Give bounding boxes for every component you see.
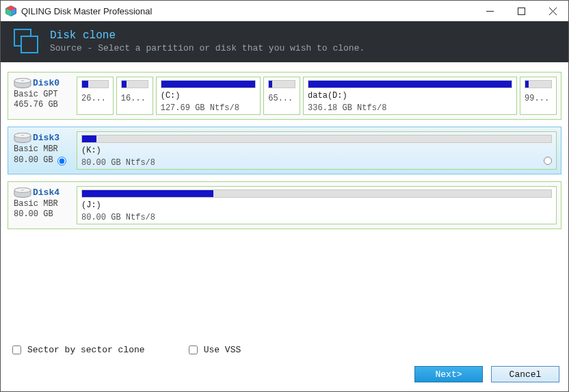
minimize-button[interactable] bbox=[474, 1, 505, 21]
partition[interactable]: 26... bbox=[77, 77, 114, 115]
disk-info: Disk3Basic MBR80.00 GB bbox=[12, 131, 72, 170]
usage-bar bbox=[81, 190, 552, 198]
partition[interactable]: (J:)80.00 GB Ntfs/8 bbox=[77, 186, 557, 224]
disk-select-radio[interactable] bbox=[57, 157, 66, 166]
use-vss-input[interactable] bbox=[189, 345, 198, 354]
partition-size: 127.69 GB Ntfs/8 bbox=[161, 103, 256, 113]
partition-select-radio[interactable] bbox=[544, 157, 552, 165]
usage-bar bbox=[308, 80, 512, 88]
usage-bar bbox=[81, 80, 109, 88]
window-controls bbox=[474, 1, 568, 21]
partition-label: data(D:) bbox=[308, 91, 512, 101]
disk-size: 465.76 GB bbox=[14, 100, 72, 109]
partition-size: 99... bbox=[525, 94, 552, 103]
disk-name: Disk3 bbox=[33, 133, 59, 143]
use-vss-checkbox[interactable]: Use VSS bbox=[186, 343, 241, 356]
usage-bar bbox=[121, 80, 148, 88]
partition[interactable]: (K:)80.00 GB Ntfs/8 bbox=[77, 131, 557, 170]
partition-size: 80.00 GB Ntfs/8 bbox=[81, 158, 552, 168]
app-icon bbox=[5, 5, 17, 17]
partition-size: 26... bbox=[81, 94, 109, 103]
svg-point-17 bbox=[21, 190, 24, 191]
disk-info: Disk0Basic GPT465.76 GB bbox=[12, 77, 72, 115]
window-title: QILING Disk Master Professional bbox=[21, 6, 474, 16]
drive-icon bbox=[14, 78, 31, 89]
sector-by-sector-label: Sector by sector clone bbox=[27, 345, 145, 355]
disk-scheme: Basic GPT bbox=[14, 90, 72, 99]
disk-name: Disk0 bbox=[33, 78, 59, 88]
partition[interactable]: data(D:)336.18 GB Ntfs/8 bbox=[303, 77, 517, 115]
clone-icon bbox=[13, 28, 39, 54]
footer-options: Sector by sector clone Use VSS bbox=[10, 343, 241, 356]
use-vss-label: Use VSS bbox=[204, 345, 241, 355]
partition-label: (C:) bbox=[161, 91, 256, 101]
svg-rect-4 bbox=[518, 8, 525, 14]
partition[interactable]: (C:)127.69 GB Ntfs/8 bbox=[156, 77, 261, 115]
partition-size: 336.18 GB Ntfs/8 bbox=[308, 103, 512, 113]
sector-by-sector-checkbox[interactable]: Sector by sector clone bbox=[10, 343, 145, 356]
disk-name: Disk4 bbox=[33, 187, 59, 198]
disk-info: Disk4Basic MBR80.00 GB bbox=[12, 186, 72, 224]
disk-scheme: Basic MBR bbox=[14, 199, 72, 209]
svg-point-14 bbox=[21, 135, 24, 136]
partition[interactable]: 65... bbox=[263, 77, 300, 115]
disk-scheme: Basic MBR bbox=[14, 144, 72, 154]
drive-icon bbox=[14, 133, 31, 144]
partition-label: (K:) bbox=[81, 146, 552, 155]
disk-list: Disk0Basic GPT465.76 GB26...16...(C:)127… bbox=[1, 62, 568, 229]
next-button[interactable]: Next> bbox=[414, 366, 483, 382]
partition[interactable]: 16... bbox=[116, 77, 153, 115]
partition-size: 16... bbox=[121, 94, 148, 103]
drive-icon bbox=[14, 187, 31, 198]
partition-list: (K:)80.00 GB Ntfs/8 bbox=[77, 131, 557, 170]
partition-list: (J:)80.00 GB Ntfs/8 bbox=[77, 186, 557, 224]
partition[interactable]: 99... bbox=[520, 77, 557, 115]
partition-size: 65... bbox=[268, 94, 295, 103]
usage-bar bbox=[161, 80, 256, 88]
disk-size: 80.00 GB bbox=[14, 155, 72, 166]
disk-row-disk3[interactable]: Disk3Basic MBR80.00 GB(K:)80.00 GB Ntfs/… bbox=[8, 127, 561, 174]
usage-bar bbox=[268, 80, 295, 88]
disk-size: 80.00 GB bbox=[14, 209, 72, 219]
page-title: Disk clone bbox=[50, 29, 365, 42]
svg-rect-8 bbox=[21, 36, 38, 53]
page-subtitle: Source - Select a partition or disk that… bbox=[50, 43, 365, 53]
partition-size: 80.00 GB Ntfs/8 bbox=[81, 213, 552, 222]
title-bar: QILING Disk Master Professional bbox=[1, 1, 568, 21]
usage-bar bbox=[81, 135, 552, 143]
usage-bar bbox=[525, 80, 552, 88]
svg-point-11 bbox=[21, 80, 24, 81]
cancel-button[interactable]: Cancel bbox=[491, 366, 559, 382]
footer-buttons: Next> Cancel bbox=[414, 366, 559, 382]
partition-list: 26...16...(C:)127.69 GB Ntfs/865...data(… bbox=[77, 77, 557, 115]
partition-label: (J:) bbox=[81, 200, 552, 210]
close-button[interactable] bbox=[537, 1, 568, 21]
sector-by-sector-input[interactable] bbox=[12, 345, 21, 354]
maximize-button[interactable] bbox=[505, 1, 537, 21]
page-header: Disk clone Source - Select a partition o… bbox=[1, 21, 568, 62]
svg-rect-3 bbox=[486, 11, 494, 12]
disk-row-disk0[interactable]: Disk0Basic GPT465.76 GB26...16...(C:)127… bbox=[8, 72, 561, 120]
disk-row-disk4[interactable]: Disk4Basic MBR80.00 GB(J:)80.00 GB Ntfs/… bbox=[8, 181, 561, 229]
